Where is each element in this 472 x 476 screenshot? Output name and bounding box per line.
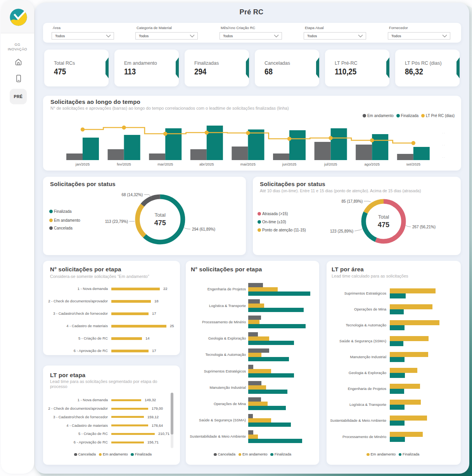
svg-text:113 (23,79%): 113 (23,79%) [105, 219, 128, 224]
svg-text:fev/2025: fev/2025 [117, 162, 131, 166]
svg-text:. .: . . [442, 155, 445, 159]
svg-text:294 (61,89%): 294 (61,89%) [192, 227, 215, 231]
svg-text:. .: . . [442, 131, 445, 134]
svg-text:85 (17,89%): 85 (17,89%) [342, 199, 363, 204]
svg-text:475: 475 [378, 221, 389, 229]
svg-text:mai/2025: mai/2025 [240, 162, 256, 166]
svg-text:475: 475 [154, 219, 166, 227]
svg-text:jun/2025: jun/2025 [282, 162, 296, 166]
svg-text:Total: Total [378, 214, 389, 220]
svg-text:Total: Total [155, 212, 166, 218]
svg-text:. .: . . [442, 143, 445, 146]
svg-text:mar/2025: mar/2025 [157, 162, 173, 166]
svg-text:abr/2025: abr/2025 [199, 162, 214, 166]
svg-text:68 (14,32%): 68 (14,32%) [122, 193, 143, 197]
svg-text:set/2025: set/2025 [406, 162, 420, 166]
svg-text:ago/2025: ago/2025 [364, 162, 380, 166]
svg-text:267 (56,21%): 267 (56,21%) [412, 225, 436, 229]
svg-text:jul/2025: jul/2025 [324, 162, 337, 166]
svg-text:123 (25,89%): 123 (25,89%) [330, 229, 353, 233]
svg-text:jan/2025: jan/2025 [75, 162, 90, 166]
